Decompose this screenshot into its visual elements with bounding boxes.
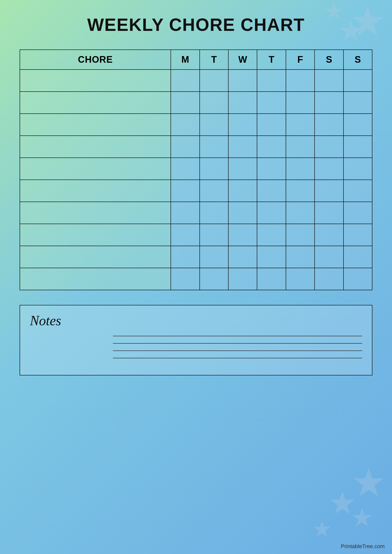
chore-name-cell-8[interactable] bbox=[20, 224, 171, 246]
table-row bbox=[20, 92, 372, 114]
chore-check-cell-row3-day1[interactable] bbox=[171, 114, 199, 136]
chore-check-cell-row2-day7[interactable] bbox=[343, 92, 372, 114]
chore-check-cell-row8-day5[interactable] bbox=[286, 224, 315, 246]
chore-check-cell-row5-day2[interactable] bbox=[200, 158, 228, 180]
chore-check-cell-row10-day6[interactable] bbox=[315, 268, 343, 290]
chore-check-cell-row2-day5[interactable] bbox=[286, 92, 315, 114]
table-row bbox=[20, 246, 372, 268]
chore-check-cell-row6-day2[interactable] bbox=[200, 180, 228, 202]
chore-check-cell-row8-day7[interactable] bbox=[343, 224, 372, 246]
chore-check-cell-row9-day3[interactable] bbox=[228, 246, 257, 268]
chore-check-cell-row7-day2[interactable] bbox=[200, 202, 228, 224]
chore-check-cell-row3-day7[interactable] bbox=[343, 114, 372, 136]
chore-check-cell-row9-day4[interactable] bbox=[257, 246, 286, 268]
notes-section: Notes bbox=[20, 305, 372, 375]
chore-check-cell-row8-day6[interactable] bbox=[315, 224, 343, 246]
chore-name-cell-1[interactable] bbox=[20, 70, 171, 92]
chore-check-cell-row3-day6[interactable] bbox=[315, 114, 343, 136]
chore-check-cell-row1-day6[interactable] bbox=[315, 70, 343, 92]
chore-name-cell-9[interactable] bbox=[20, 246, 171, 268]
chore-check-cell-row10-day3[interactable] bbox=[228, 268, 257, 290]
chore-check-cell-row2-day4[interactable] bbox=[257, 92, 286, 114]
chore-check-cell-row7-day4[interactable] bbox=[257, 202, 286, 224]
chore-name-cell-4[interactable] bbox=[20, 136, 171, 158]
chore-check-cell-row10-day7[interactable] bbox=[343, 268, 372, 290]
chore-check-cell-row2-day3[interactable] bbox=[228, 92, 257, 114]
chore-check-cell-row1-day2[interactable] bbox=[200, 70, 228, 92]
chore-check-cell-row3-day3[interactable] bbox=[228, 114, 257, 136]
chore-check-cell-row7-day6[interactable] bbox=[315, 202, 343, 224]
chore-check-cell-row5-day3[interactable] bbox=[228, 158, 257, 180]
chore-check-cell-row6-day6[interactable] bbox=[315, 180, 343, 202]
svg-marker-4 bbox=[330, 491, 355, 514]
page-title: WEEKLY CHORE CHART bbox=[20, 15, 372, 35]
chore-name-cell-2[interactable] bbox=[20, 92, 171, 114]
chore-check-cell-row1-day1[interactable] bbox=[171, 70, 199, 92]
chore-check-cell-row9-day1[interactable] bbox=[171, 246, 199, 268]
chore-check-cell-row6-day7[interactable] bbox=[343, 180, 372, 202]
chore-name-cell-5[interactable] bbox=[20, 158, 171, 180]
chore-table-body bbox=[20, 70, 372, 290]
chore-check-cell-row1-day3[interactable] bbox=[228, 70, 257, 92]
chore-check-cell-row10-day2[interactable] bbox=[200, 268, 228, 290]
chore-check-cell-row4-day4[interactable] bbox=[257, 136, 286, 158]
chore-check-cell-row3-day4[interactable] bbox=[257, 114, 286, 136]
chore-column-header: CHORE bbox=[20, 50, 171, 70]
chore-check-cell-row10-day1[interactable] bbox=[171, 268, 199, 290]
chore-check-cell-row8-day2[interactable] bbox=[200, 224, 228, 246]
star-decoration-bottom-3 bbox=[352, 508, 372, 530]
star-decoration-bottom-4 bbox=[313, 521, 331, 539]
chore-check-cell-row8-day1[interactable] bbox=[171, 224, 199, 246]
chore-check-cell-row2-day2[interactable] bbox=[200, 92, 228, 114]
chore-check-cell-row9-day6[interactable] bbox=[315, 246, 343, 268]
chore-check-cell-row5-day5[interactable] bbox=[286, 158, 315, 180]
chore-check-cell-row10-day4[interactable] bbox=[257, 268, 286, 290]
chore-check-cell-row7-day1[interactable] bbox=[171, 202, 199, 224]
chore-check-cell-row5-day4[interactable] bbox=[257, 158, 286, 180]
chore-check-cell-row5-day6[interactable] bbox=[315, 158, 343, 180]
notes-lines-container bbox=[30, 336, 362, 365]
chore-check-cell-row6-day3[interactable] bbox=[228, 180, 257, 202]
chore-check-cell-row4-day7[interactable] bbox=[343, 136, 372, 158]
star-decoration-top-3 bbox=[325, 2, 343, 22]
chore-name-cell-3[interactable] bbox=[20, 114, 171, 136]
svg-marker-5 bbox=[352, 508, 372, 527]
day-header-wed: W bbox=[228, 50, 257, 70]
chore-check-cell-row7-day5[interactable] bbox=[286, 202, 315, 224]
chore-check-cell-row3-day5[interactable] bbox=[286, 114, 315, 136]
chore-check-cell-row6-day4[interactable] bbox=[257, 180, 286, 202]
chore-check-cell-row1-day5[interactable] bbox=[286, 70, 315, 92]
table-row bbox=[20, 70, 372, 92]
chore-check-cell-row5-day7[interactable] bbox=[343, 158, 372, 180]
chore-check-cell-row5-day1[interactable] bbox=[171, 158, 199, 180]
chore-table: CHORE M T W T F S S bbox=[20, 49, 372, 290]
chore-name-cell-7[interactable] bbox=[20, 202, 171, 224]
chore-check-cell-row4-day6[interactable] bbox=[315, 136, 343, 158]
chore-check-cell-row9-day2[interactable] bbox=[200, 246, 228, 268]
chore-check-cell-row4-day1[interactable] bbox=[171, 136, 199, 158]
chore-check-cell-row7-day3[interactable] bbox=[228, 202, 257, 224]
chore-check-cell-row6-day5[interactable] bbox=[286, 180, 315, 202]
chore-check-cell-row6-day1[interactable] bbox=[171, 180, 199, 202]
chore-check-cell-row1-day4[interactable] bbox=[257, 70, 286, 92]
chore-name-cell-6[interactable] bbox=[20, 180, 171, 202]
chore-check-cell-row4-day3[interactable] bbox=[228, 136, 257, 158]
chore-check-cell-row7-day7[interactable] bbox=[343, 202, 372, 224]
table-row bbox=[20, 136, 372, 158]
notes-line-2 bbox=[113, 343, 362, 344]
chore-check-cell-row8-day4[interactable] bbox=[257, 224, 286, 246]
chore-check-cell-row8-day3[interactable] bbox=[228, 224, 257, 246]
chore-check-cell-row9-day7[interactable] bbox=[343, 246, 372, 268]
notes-line-3 bbox=[113, 350, 362, 351]
chore-check-cell-row1-day7[interactable] bbox=[343, 70, 372, 92]
chore-check-cell-row10-day5[interactable] bbox=[286, 268, 315, 290]
chore-check-cell-row9-day5[interactable] bbox=[286, 246, 315, 268]
chore-name-cell-10[interactable] bbox=[20, 268, 171, 290]
chore-check-cell-row2-day6[interactable] bbox=[315, 92, 343, 114]
chore-check-cell-row4-day5[interactable] bbox=[286, 136, 315, 158]
chore-check-cell-row2-day1[interactable] bbox=[171, 92, 199, 114]
chore-check-cell-row4-day2[interactable] bbox=[200, 136, 228, 158]
star-decoration-top-2 bbox=[339, 20, 363, 44]
chore-check-cell-row3-day2[interactable] bbox=[200, 114, 228, 136]
star-decoration-bottom-1 bbox=[353, 467, 385, 500]
